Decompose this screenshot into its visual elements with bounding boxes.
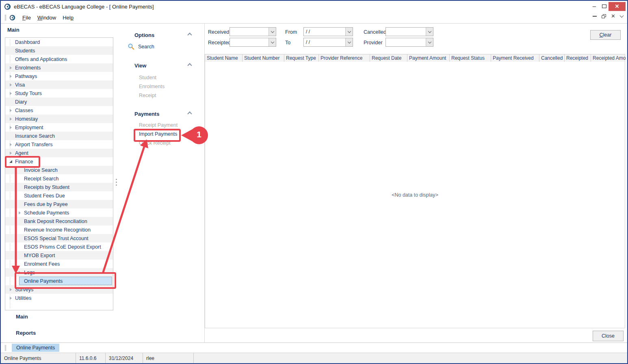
chevron-down-icon[interactable] [426, 28, 433, 36]
tree-item[interactable]: Homestay [5, 115, 113, 123]
grid-column-header[interactable]: Payment Received [491, 54, 539, 62]
tree-expand-icon[interactable] [17, 244, 22, 250]
tree-expand-icon[interactable] [8, 159, 13, 165]
tree-item[interactable]: Enrolment Fees [5, 260, 113, 268]
nav-item[interactable]: Quick Receipt [139, 140, 171, 146]
tree-expand-icon[interactable] [8, 295, 13, 301]
grid-column-header[interactable]: Request Type [284, 54, 319, 62]
section-view[interactable]: View [134, 63, 146, 69]
tree-expand-icon[interactable] [8, 287, 13, 292]
tree-item[interactable]: Diary [5, 98, 113, 106]
tree-item[interactable]: Dashboard [5, 38, 113, 46]
mdi-restore-icon[interactable] [602, 14, 606, 18]
tree-item[interactable]: Logs [5, 268, 113, 277]
tree-expand-icon[interactable] [8, 142, 13, 147]
tree-expand-icon[interactable] [8, 91, 13, 96]
tree-expand-icon[interactable] [8, 74, 13, 79]
grid-column-header[interactable]: Cancelled [539, 54, 565, 62]
cancelled-dropdown[interactable] [385, 27, 433, 36]
tree-item[interactable]: Receipt Search [5, 174, 113, 183]
tab-online-payments[interactable]: Online Payments [12, 344, 59, 352]
received-dropdown[interactable] [230, 27, 276, 36]
tree-expand-icon[interactable] [8, 99, 13, 105]
tree-item[interactable]: Fees due by Payee [5, 200, 113, 208]
tree-expand-icon[interactable] [17, 176, 22, 182]
tree-expand-icon[interactable] [8, 82, 13, 88]
tree-item[interactable]: Surveys [5, 285, 113, 294]
tree-item[interactable]: Employment [5, 123, 113, 132]
nav-item[interactable]: Enrolments [139, 84, 165, 89]
mdi-chevron-down-icon[interactable] [620, 14, 624, 18]
tree-item[interactable]: ESOS Prisms CoE Deposit Export [5, 243, 113, 251]
grid-column-header[interactable]: Provider Reference [319, 54, 370, 62]
tree-expand-icon[interactable] [8, 56, 13, 62]
tree-item[interactable]: Agent [5, 149, 113, 157]
tree-expand-icon[interactable] [8, 125, 13, 130]
collapse-chevron-icon[interactable] [187, 32, 192, 37]
nav-item[interactable]: Student [139, 75, 156, 80]
close-button[interactable]: Close [593, 331, 624, 341]
tree-item[interactable]: Airport Transfers [5, 140, 113, 149]
tree-item[interactable]: Students [5, 46, 113, 55]
mdi-minimize-icon[interactable] [593, 16, 597, 17]
tree-item[interactable]: Schedule Payments [5, 208, 113, 217]
tree-item[interactable]: Utilities [5, 294, 113, 302]
tree-item[interactable]: Receipts by Student [5, 183, 113, 191]
tree-item[interactable]: Pathways [5, 72, 113, 80]
grid-column-header[interactable]: Receipted [565, 54, 591, 62]
tree-expand-icon[interactable] [17, 210, 22, 216]
tree-item[interactable]: Classes [5, 106, 113, 115]
tree-item[interactable]: Revenue Income Recognition [5, 225, 113, 234]
chevron-down-icon[interactable] [345, 38, 353, 46]
grid-column-header[interactable]: Student Number [243, 54, 284, 62]
receipted-dropdown[interactable] [230, 38, 276, 47]
tree-item[interactable]: Bank Deposit Reconciliation [5, 217, 113, 225]
tree-expand-icon[interactable] [8, 108, 13, 113]
tree-expand-icon[interactable] [8, 116, 13, 122]
chevron-down-icon[interactable] [345, 28, 353, 36]
mdi-close-icon[interactable]: ✕ [611, 14, 615, 18]
nav-item[interactable]: Import Payments [139, 131, 177, 137]
tree-expand-icon[interactable] [8, 48, 13, 54]
tree-expand-icon[interactable] [17, 261, 22, 267]
tree-expand-icon[interactable] [17, 193, 22, 199]
tree-expand-icon[interactable] [17, 219, 22, 224]
to-date-field[interactable]: / / [303, 38, 353, 47]
grid-column-header[interactable]: Request Date [370, 54, 407, 62]
tree-item[interactable]: Insurance Search [5, 132, 113, 140]
chevron-down-icon[interactable] [269, 38, 276, 46]
tree-item[interactable]: ESOS Special Trust Account [5, 234, 113, 243]
tree-item[interactable]: Visa [5, 80, 113, 89]
tree-expand-icon[interactable] [8, 133, 13, 139]
sidebar-footer-main[interactable]: Main [16, 314, 28, 320]
minimize-icon[interactable]: – [589, 2, 600, 11]
tree-expand-icon[interactable] [8, 150, 13, 156]
tree-expand-icon[interactable] [17, 270, 22, 275]
close-icon[interactable]: ✕ [609, 2, 626, 11]
tree-item[interactable]: Invoice Search [5, 166, 113, 174]
tree-item[interactable]: Student Fees Due [5, 191, 113, 200]
chevron-down-icon[interactable] [426, 38, 433, 46]
tree-expand-icon[interactable] [17, 184, 22, 190]
nav-item[interactable]: Receipt [139, 93, 156, 98]
sidebar-footer-reports[interactable]: Reports [16, 330, 36, 336]
grid-column-header[interactable]: Receipted Amou [591, 54, 626, 62]
clear-button[interactable]: Clear [590, 30, 621, 40]
tree-item[interactable]: Finance [5, 157, 113, 166]
tree-item[interactable]: Offers and Applications [5, 55, 113, 63]
tree-expand-icon[interactable] [17, 167, 22, 173]
tree-item[interactable]: MYOB Export [5, 251, 113, 260]
provider-dropdown[interactable] [385, 38, 433, 47]
tree-expand-icon[interactable] [8, 65, 13, 71]
tree-expand-icon[interactable] [17, 227, 22, 233]
tree-expand-icon[interactable] [17, 253, 22, 258]
maximize-icon[interactable] [599, 4, 609, 10]
tree-item[interactable]: Study Tours [5, 89, 113, 98]
section-options[interactable]: Options [134, 32, 154, 38]
tree-expand-icon[interactable] [8, 39, 13, 45]
section-payments[interactable]: Payments [134, 111, 159, 117]
tree-item[interactable]: Online Payments [5, 277, 113, 285]
collapse-chevron-icon[interactable] [187, 63, 192, 67]
from-date-field[interactable]: / / [303, 27, 353, 36]
menu-item-file[interactable]: File [19, 13, 34, 22]
